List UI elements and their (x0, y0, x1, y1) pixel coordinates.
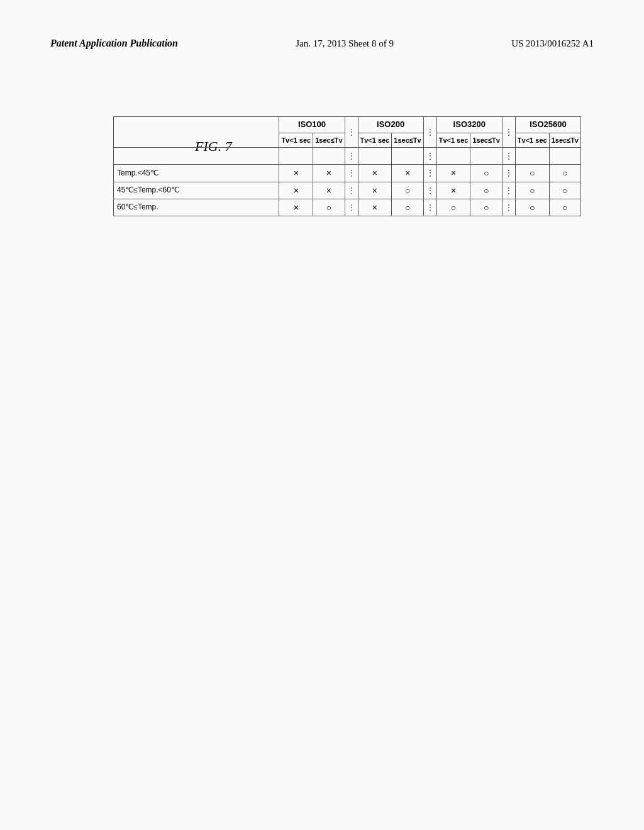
r1-iso3200-tv-gte (470, 148, 502, 165)
r1-iso100-tv-lt (279, 148, 313, 165)
page-header: Patent Application Publication Jan. 17, … (0, 38, 644, 49)
r4-iso100-tv-lt: × (279, 199, 313, 216)
publication-date-sheet: Jan. 17, 2013 Sheet 8 of 9 (296, 38, 394, 49)
table-row-empty: ⋮ ⋮ ⋮ (114, 148, 581, 165)
iso100-1sec-lte-tv: 1sec≤Tv (313, 133, 345, 147)
row-empty-label (114, 148, 279, 165)
r2-ellipsis-3: ⋮ (502, 165, 515, 182)
r3-iso200-tv-lt: × (358, 182, 392, 199)
row-temp-lt-45-label: Temp.<45℃ (114, 165, 279, 182)
iso25600-header: ISO25600 (515, 117, 580, 133)
r1-iso200-tv-lt (358, 148, 392, 165)
r1-ellipsis-3: ⋮ (502, 148, 515, 165)
r4-iso200-tv-lt: × (358, 199, 392, 216)
data-table-container: ISO100 ⋮ ISO200 ⋮ ISO3200 ⋮ ISO25600 (113, 116, 581, 216)
r2-iso3200-tv-lt: × (436, 165, 470, 182)
iso200-header: ISO200 (358, 117, 423, 133)
ellipsis-col-2: ⋮ (423, 117, 436, 148)
r3-iso100-tv-gte: × (313, 182, 345, 199)
r3-iso25600-tv-gte: ○ (549, 182, 580, 199)
r1-ellipsis-2: ⋮ (423, 148, 436, 165)
iso3200-1sec-lte-tv: 1sec≤Tv (470, 133, 502, 147)
table-row-temp-gte-60: 60℃≤Temp. × ○ ⋮ × ○ ⋮ ○ ○ ⋮ ○ ○ (114, 199, 581, 216)
r1-iso25600-tv-gte (549, 148, 580, 165)
iso200-1sec-lte-tv: 1sec≤Tv (392, 133, 423, 147)
publication-title: Patent Application Publication (50, 38, 178, 49)
r2-iso100-tv-lt: × (279, 165, 313, 182)
r2-iso25600-tv-lt: ○ (515, 165, 549, 182)
r4-iso100-tv-gte: ○ (313, 199, 345, 216)
r4-iso25600-tv-lt: ○ (515, 199, 549, 216)
row-temp-gte-60-label: 60℃≤Temp. (114, 199, 279, 216)
r1-ellipsis-1: ⋮ (345, 148, 358, 165)
r3-ellipsis-3: ⋮ (502, 182, 515, 199)
r4-ellipsis-3: ⋮ (502, 199, 515, 216)
r1-iso100-tv-gte (313, 148, 345, 165)
r1-iso25600-tv-lt (515, 148, 549, 165)
r2-iso200-tv-lt: × (358, 165, 392, 182)
r2-iso200-tv-gte: × (392, 165, 423, 182)
iso25600-tv-lt-1sec: Tv<1 sec (515, 133, 549, 147)
iso25600-1sec-lte-tv: 1sec≤Tv (549, 133, 580, 147)
iso100-header: ISO100 (279, 117, 345, 133)
r2-ellipsis-2: ⋮ (423, 165, 436, 182)
r4-iso25600-tv-gte: ○ (549, 199, 580, 216)
ellipsis-col-3: ⋮ (502, 117, 515, 148)
r4-iso3200-tv-lt: ○ (436, 199, 470, 216)
r1-iso200-tv-gte (392, 148, 423, 165)
r3-iso3200-tv-lt: × (436, 182, 470, 199)
iso3200-tv-lt-1sec: Tv<1 sec (436, 133, 470, 147)
table-row-temp-lt-45: Temp.<45℃ × × ⋮ × × ⋮ × ○ ⋮ ○ ○ (114, 165, 581, 182)
row-temp-45-60-label: 45℃≤Temp.<60℃ (114, 182, 279, 199)
iso200-tv-lt-1sec: Tv<1 sec (358, 133, 392, 147)
r3-ellipsis-2: ⋮ (423, 182, 436, 199)
r2-iso25600-tv-gte: ○ (549, 165, 580, 182)
r3-ellipsis-1: ⋮ (345, 182, 358, 199)
r3-iso100-tv-lt: × (279, 182, 313, 199)
r3-iso25600-tv-lt: ○ (515, 182, 549, 199)
ellipsis-col-1: ⋮ (345, 117, 358, 148)
publication-number: US 2013/0016252 A1 (511, 38, 594, 49)
r3-iso3200-tv-gte: ○ (470, 182, 502, 199)
page: Patent Application Publication Jan. 17, … (0, 0, 644, 830)
r2-ellipsis-1: ⋮ (345, 165, 358, 182)
iso3200-header: ISO3200 (436, 117, 502, 133)
r1-iso3200-tv-lt (436, 148, 470, 165)
r3-iso200-tv-gte: ○ (392, 182, 423, 199)
iso100-tv-lt-1sec: Tv<1 sec (279, 133, 313, 147)
r4-iso200-tv-gte: ○ (392, 199, 423, 216)
r4-iso3200-tv-gte: ○ (470, 199, 502, 216)
r4-ellipsis-2: ⋮ (423, 199, 436, 216)
r4-ellipsis-1: ⋮ (345, 199, 358, 216)
iso-table: ISO100 ⋮ ISO200 ⋮ ISO3200 ⋮ ISO25600 (113, 116, 581, 216)
r2-iso3200-tv-gte: ○ (470, 165, 502, 182)
r2-iso100-tv-gte: × (313, 165, 345, 182)
table-header-empty (114, 117, 279, 148)
table-row-temp-45-60: 45℃≤Temp.<60℃ × × ⋮ × ○ ⋮ × ○ ⋮ ○ ○ (114, 182, 581, 199)
